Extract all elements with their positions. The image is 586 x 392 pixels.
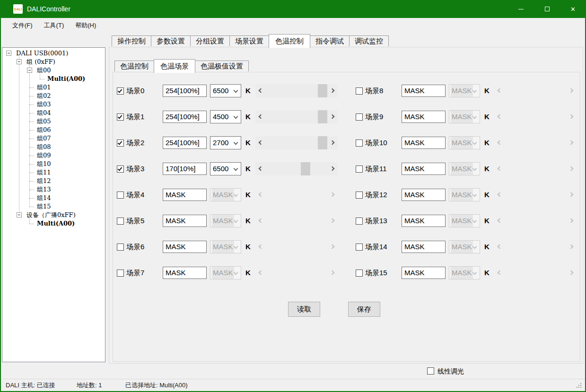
tab-main-3[interactable]: 场景设置 (229, 35, 269, 46)
kelvin-unit-label: K (245, 191, 251, 199)
minimize-button[interactable] (508, 0, 534, 18)
tab-main-6[interactable]: 调试监控 (349, 35, 389, 46)
tree-item[interactable]: 组11 (2, 168, 105, 177)
tab-main-0[interactable]: 操作控制 (112, 35, 151, 46)
scene-level-input[interactable]: MASK (163, 215, 207, 227)
scene-level-input[interactable]: 170[10%] (163, 163, 207, 175)
scene-level-input[interactable]: 254[100%] (163, 85, 207, 97)
scene-level-input[interactable]: MASK (163, 241, 207, 253)
tree-item[interactable]: Multi(A00) (2, 219, 105, 228)
scene-level-input[interactable]: MASK (402, 241, 446, 253)
menu-item-2[interactable]: 帮助(H) (70, 19, 102, 32)
tree-item[interactable]: 组01 (2, 83, 105, 92)
maximize-button[interactable] (534, 0, 560, 18)
scene-row: 场景7MASKMASKK (117, 267, 339, 283)
scrollbar-thumb[interactable] (301, 162, 310, 175)
scene-level-scrollbar[interactable] (255, 84, 338, 97)
save-button[interactable]: 保存 (348, 302, 380, 317)
tree-item[interactable]: 组03 (2, 100, 105, 109)
tree-expander-icon[interactable] (27, 68, 32, 73)
scene-checkbox[interactable] (117, 192, 124, 199)
tree-item[interactable]: DALI USB(0001) (2, 49, 105, 58)
scene-level-input[interactable]: MASK (402, 215, 446, 227)
scene-checkbox[interactable] (356, 166, 363, 173)
scene-checkbox[interactable] (117, 113, 124, 121)
scene-level-input[interactable]: MASK (402, 137, 446, 149)
tree-item[interactable]: 组 (0xFF) (2, 58, 105, 66)
scene-checkbox[interactable] (356, 113, 363, 121)
tree-item[interactable]: 组05 (2, 117, 105, 126)
tree-item[interactable]: 设备（广播0xFF) (2, 211, 105, 219)
scene-level-input[interactable]: MASK (402, 267, 446, 279)
scene-level-input[interactable]: 254[100%] (163, 137, 207, 149)
scene-checkbox[interactable] (117, 218, 124, 225)
scene-label: 场景2 (126, 139, 144, 148)
tree-item[interactable]: 组13 (2, 185, 105, 194)
scene-checkbox[interactable] (356, 87, 363, 95)
cct-scene-page: 场景0254[100%]6500K场景1254[100%]4500K场景2254… (113, 72, 580, 362)
scene-checkbox[interactable] (356, 270, 363, 277)
tree-item[interactable]: 组09 (2, 151, 105, 160)
tree-item[interactable]: Multi(A00) (2, 75, 105, 83)
tree-item[interactable]: 组06 (2, 126, 105, 134)
tree-item[interactable]: 组08 (2, 143, 105, 151)
tab-main-2[interactable]: 分组设置 (190, 35, 230, 46)
scene-level-scrollbar[interactable] (255, 136, 338, 149)
scene-level-input[interactable]: MASK (163, 267, 207, 279)
scene-checkbox[interactable] (117, 270, 124, 277)
menu-item-1[interactable]: 工具(T) (38, 19, 70, 32)
tree-item[interactable]: 组10 (2, 160, 105, 168)
tab-sub-1[interactable]: 色温场景 (154, 59, 195, 73)
scene-checkbox[interactable] (117, 139, 124, 147)
scene-checkbox[interactable] (356, 139, 363, 147)
linear-dimming-checkbox[interactable] (427, 367, 434, 375)
resize-grip[interactable] (577, 383, 582, 389)
scrollbar-thumb[interactable] (318, 136, 327, 149)
close-button[interactable]: ✕ (560, 0, 586, 18)
tab-sub-2[interactable]: 色温极值设置 (195, 61, 249, 71)
scene-cct-select[interactable]: 6500 (210, 84, 241, 97)
tab-main-1[interactable]: 参数设置 (151, 35, 191, 46)
scene-checkbox[interactable] (117, 87, 124, 95)
tree-expander-icon[interactable] (6, 51, 11, 56)
tab-main-5[interactable]: 指令调试 (310, 35, 350, 46)
tree-item[interactable]: 组15 (2, 202, 105, 211)
tree-expander-icon[interactable] (17, 212, 22, 218)
tree-item[interactable]: 组02 (2, 92, 105, 100)
scene-cct-select[interactable]: 4500 (210, 110, 241, 123)
tree-expander-icon[interactable] (17, 59, 22, 64)
scrollbar-thumb[interactable] (318, 110, 327, 123)
tree-item[interactable]: 组12 (2, 177, 105, 185)
scene-level-scrollbar[interactable] (255, 110, 338, 123)
scroll-left-icon (498, 114, 502, 119)
scene-level-input[interactable]: MASK (402, 111, 446, 123)
scene-checkbox[interactable] (356, 192, 363, 199)
tree-item[interactable]: 组14 (2, 194, 105, 202)
tree-item[interactable]: 组00 (2, 66, 105, 75)
tree-connector (29, 198, 34, 199)
scene-checkbox[interactable] (117, 166, 124, 173)
tab-sub-0[interactable]: 色温控制 (114, 61, 154, 71)
scene-cct-select[interactable]: 6500 (210, 162, 241, 175)
read-button[interactable]: 读取 (288, 302, 320, 317)
scene-level-input[interactable]: MASK (402, 163, 446, 175)
scrollbar-thumb[interactable] (318, 84, 327, 97)
scene-level-input[interactable]: 254[100%] (163, 111, 207, 123)
scene-level-input[interactable]: MASK (402, 189, 446, 201)
chevron-down-icon (234, 140, 238, 145)
tab-main-4[interactable]: 色温控制 (269, 34, 310, 48)
scene-level-input[interactable]: MASK (402, 85, 446, 97)
scene-cct-select: MASK (449, 240, 480, 253)
scene-level-input[interactable]: MASK (163, 189, 207, 201)
scene-checkbox[interactable] (117, 244, 124, 251)
scene-checkbox[interactable] (356, 218, 363, 225)
scene-level-scrollbar[interactable] (255, 162, 338, 175)
scene-cct-select[interactable]: 2700 (210, 136, 241, 149)
scene-checkbox[interactable] (356, 244, 363, 251)
menu-item-0[interactable]: 文件(F) (7, 19, 38, 32)
tree-connector (29, 147, 34, 148)
chevron-down-icon (472, 270, 477, 275)
minimize-icon (518, 9, 524, 9)
tree-item[interactable]: 组04 (2, 109, 105, 117)
tree-item[interactable]: 组07 (2, 134, 105, 143)
